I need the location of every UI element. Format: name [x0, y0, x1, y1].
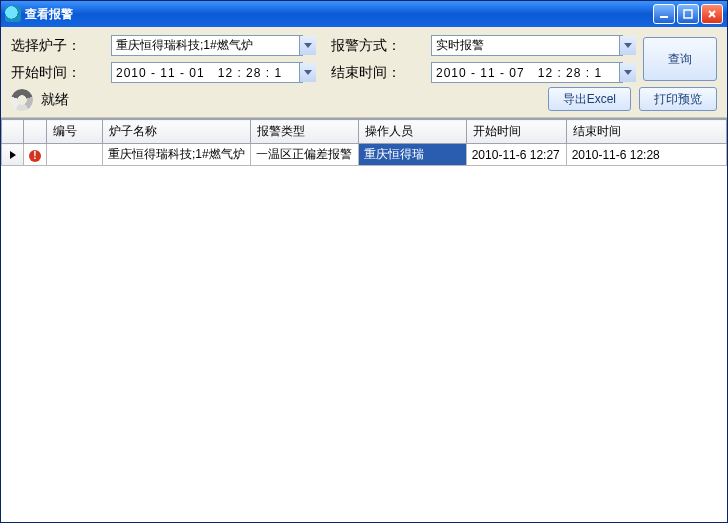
- start-time-label: 开始时间：: [11, 64, 97, 82]
- col-start[interactable]: 开始时间: [466, 120, 566, 144]
- export-excel-button[interactable]: 导出Excel: [548, 87, 631, 111]
- filter-panel: 选择炉子： 报警方式： 开始时间： 结束时间：: [1, 27, 727, 118]
- col-furnace[interactable]: 炉子名称: [103, 120, 251, 144]
- svg-rect-1: [684, 10, 692, 18]
- col-end[interactable]: 结束时间: [566, 120, 726, 144]
- furnace-combo[interactable]: [111, 35, 317, 56]
- loading-spinner-icon: [11, 89, 33, 111]
- cell-id[interactable]: [47, 144, 103, 166]
- alarm-mode-label: 报警方式：: [331, 37, 417, 55]
- window-title: 查看报警: [25, 6, 653, 23]
- row-indicator: [2, 144, 24, 166]
- dropdown-icon[interactable]: [299, 63, 316, 82]
- end-time-picker[interactable]: [431, 62, 637, 83]
- dropdown-icon[interactable]: [619, 36, 636, 55]
- col-operator[interactable]: 操作人员: [358, 120, 466, 144]
- cell-end[interactable]: 2010-11-6 12:28: [566, 144, 726, 166]
- app-icon: [5, 6, 21, 22]
- row-status-cell: !: [24, 144, 47, 166]
- data-grid[interactable]: 编号 炉子名称 报警类型 操作人员 开始时间 结束时间 ! 重庆恒得瑞科技;1#…: [1, 118, 727, 522]
- start-time-picker[interactable]: [111, 62, 317, 83]
- start-time-input[interactable]: [111, 62, 303, 83]
- close-button[interactable]: [701, 4, 723, 24]
- end-time-input[interactable]: [431, 62, 623, 83]
- cell-furnace[interactable]: 重庆恒得瑞科技;1#燃气炉: [103, 144, 251, 166]
- cell-operator[interactable]: 重庆恒得瑞: [358, 144, 466, 166]
- error-icon: !: [29, 150, 41, 162]
- furnace-input[interactable]: [111, 35, 303, 56]
- status-icon-column[interactable]: [24, 120, 47, 144]
- col-id[interactable]: 编号: [47, 120, 103, 144]
- current-row-icon: [10, 151, 16, 159]
- maximize-button[interactable]: [677, 4, 699, 24]
- status-text: 就绪: [41, 91, 69, 109]
- svg-rect-0: [660, 16, 668, 18]
- cell-start[interactable]: 2010-11-6 12:27: [466, 144, 566, 166]
- dropdown-icon[interactable]: [299, 36, 316, 55]
- row-header-column[interactable]: [2, 120, 24, 144]
- col-alarm-type[interactable]: 报警类型: [250, 120, 358, 144]
- table-row[interactable]: ! 重庆恒得瑞科技;1#燃气炉 一温区正偏差报警 重庆恒得瑞 2010-11-6…: [2, 144, 727, 166]
- furnace-label: 选择炉子：: [11, 37, 97, 55]
- end-time-label: 结束时间：: [331, 64, 417, 82]
- query-button[interactable]: 查询: [643, 37, 717, 81]
- window-buttons: [653, 4, 723, 24]
- dropdown-icon[interactable]: [619, 63, 636, 82]
- header-row: 编号 炉子名称 报警类型 操作人员 开始时间 结束时间: [2, 120, 727, 144]
- cell-alarm-type[interactable]: 一温区正偏差报警: [250, 144, 358, 166]
- minimize-button[interactable]: [653, 4, 675, 24]
- title-bar[interactable]: 查看报警: [1, 1, 727, 27]
- alarm-mode-combo[interactable]: [431, 35, 637, 56]
- print-preview-button[interactable]: 打印预览: [639, 87, 717, 111]
- app-window: 查看报警 选择炉子： 报警方式：: [0, 0, 728, 523]
- alarm-mode-input[interactable]: [431, 35, 623, 56]
